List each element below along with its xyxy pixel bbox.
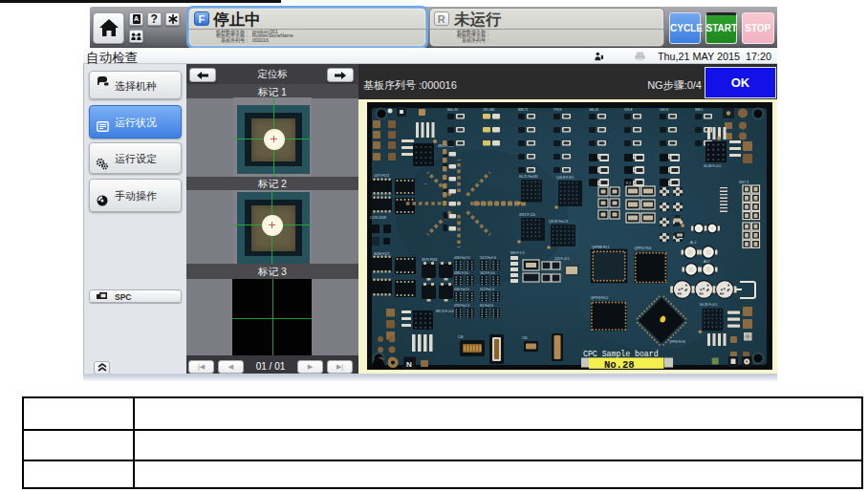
- svg-text:923-E: 923-E: [624, 108, 633, 112]
- svg-text:QFP18 F0.2: QFP18 F0.2: [591, 296, 609, 300]
- svg-text:C076-2048: C076-2048: [370, 216, 386, 220]
- svg-text:QFP52 F04: QFP52 F04: [635, 246, 652, 250]
- svg-text:4080 FwO.6: 4080 FwO.6: [454, 256, 470, 260]
- svg-text:0C2 FwC.6: 0C2 FwC.6: [480, 288, 494, 291]
- svg-text:F-2: F-2: [626, 182, 631, 185]
- svg-text:229 F+6.5: 229 F+6.5: [554, 257, 569, 261]
- svg-text:QFP88 F0.1: QFP88 F0.1: [592, 246, 610, 249]
- svg-text:1079 F172: 1079 F172: [374, 174, 389, 178]
- svg-text:Q4L/8 F-8.5: Q4L/8 F-8.5: [556, 176, 574, 180]
- svg-text:346-41: 346-41: [589, 108, 598, 112]
- svg-text:60.08 F+0.5: 60.08 F+0.5: [704, 164, 721, 168]
- svg-text:CPC Sample board: CPC Sample board: [583, 350, 659, 358]
- svg-text:AL-4: AL-4: [690, 241, 697, 245]
- svg-text:C48: C48: [458, 335, 464, 339]
- svg-text:LED-8: LED-8: [660, 108, 668, 112]
- svg-text:QFP58 F0.84: QFP58 F0.84: [669, 340, 685, 344]
- svg-text:60.25 FwL85: 60.25 FwL85: [519, 175, 538, 179]
- svg-text:WM-1: WM-1: [695, 108, 704, 112]
- svg-text:235-LED: 235-LED: [483, 108, 495, 112]
- svg-text:869 F-9.5: 869 F-9.5: [510, 251, 525, 255]
- svg-text:408) FwO.6: 408) FwO.6: [454, 288, 469, 291]
- svg-text:8R.10 F+0.6: 8R.10 F+0.6: [436, 310, 454, 313]
- svg-text:3079-F343: 3079-F343: [422, 258, 438, 262]
- svg-text:56C8 F-G.6: 56C8 F-G.6: [480, 271, 495, 275]
- svg-text:4911 F-120: 4911 F-120: [519, 213, 535, 217]
- svg-text:806+33: 806+33: [447, 108, 458, 112]
- svg-text:50C3 FwO.6: 50C3 FwO.6: [480, 256, 496, 260]
- svg-text:4N85 F-8.6: 4N85 F-8.6: [454, 271, 468, 275]
- svg-text:4703 FwC.6: 4703 FwC.6: [454, 304, 470, 308]
- svg-text:775/X: 775/X: [553, 108, 562, 112]
- svg-text:60.28 F+0.5: 60.28 F+0.5: [700, 303, 717, 307]
- svg-text:Q8.33 FwC.8: Q8.33 FwC.8: [549, 220, 568, 224]
- svg-text:No.28: No.28: [604, 359, 635, 371]
- svg-text:S096 F157: S096 F157: [374, 252, 390, 256]
- svg-text:N: N: [406, 360, 412, 369]
- svg-text:A6-2: A6-2: [704, 260, 710, 264]
- svg-text:80) FwD.6: 80) FwD.6: [480, 304, 493, 308]
- svg-text:MIN 72: MIN 72: [518, 108, 529, 112]
- svg-text:WZ7-3: WZ7-3: [739, 181, 749, 184]
- svg-text:C80: C80: [522, 336, 528, 340]
